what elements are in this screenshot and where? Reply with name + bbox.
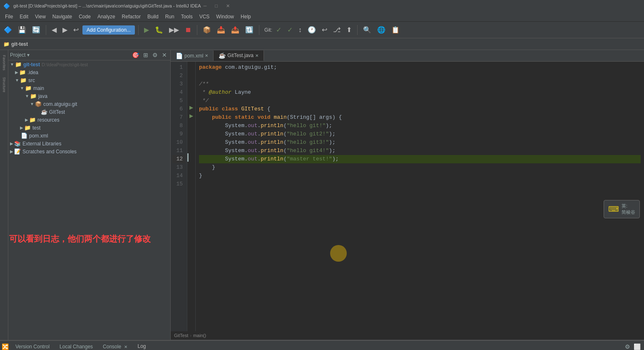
toolbar-add-config[interactable]: Add Configuration... (82, 25, 135, 35)
close-btn[interactable]: ✕ (224, 3, 232, 9)
tabs-bar: 📄 pom.xml ✕ ☕ GitTest.java ✕ (171, 50, 644, 62)
git-history[interactable]: 🕐 (306, 25, 318, 35)
maximize-btn[interactable]: □ (212, 3, 220, 9)
pomxml-label: pom.xml (29, 133, 48, 139)
arrow-icon: ▶ (15, 70, 18, 75)
menu-analyze[interactable]: Analyze (94, 13, 119, 20)
git-merge[interactable]: ↕ (296, 25, 304, 35)
tree-scratches[interactable]: ▶ 📝 Scratches and Consoles (8, 148, 170, 155)
menu-run[interactable]: Run (162, 13, 178, 20)
folder-icon: 📁 (25, 85, 32, 91)
tree-pomxml[interactable]: 📄 pom.xml (8, 132, 170, 140)
git-push[interactable]: ⬆ (344, 25, 354, 35)
gutter-6[interactable]: ▶ (187, 103, 195, 112)
project-dropdown[interactable]: Project ▾ (10, 52, 30, 58)
toolbar-back[interactable]: ◀ (50, 25, 59, 35)
console-close[interactable]: ✕ (124, 345, 127, 349)
tree-java[interactable]: ▼ 📁 java (8, 92, 170, 100)
toolbar-sync[interactable]: 🔄 (30, 25, 42, 35)
arrow-icon: ▼ (10, 62, 14, 67)
menu-window[interactable]: Window (213, 13, 237, 20)
git-revert[interactable]: ↩ (320, 25, 329, 35)
sidebar-settings[interactable]: ⚙ (151, 51, 159, 59)
folder-icon: 📁 (29, 117, 36, 123)
tab-version-control[interactable]: Version Control (10, 342, 55, 350)
code-line-12: System.out.println("master test!"); (199, 155, 641, 163)
tree-ext-libs[interactable]: ▶ 📚 External Libraries (8, 140, 170, 148)
toolbar-debug[interactable]: 🐛 (153, 25, 165, 35)
toolbar-run[interactable]: ▶ (142, 25, 151, 35)
toolbar-revert[interactable]: ↩ (71, 25, 81, 35)
toolbar-save-all[interactable]: 💾 (16, 25, 28, 35)
toolbar-stop[interactable]: ⏹ (183, 25, 194, 35)
git-branch[interactable]: ⎇ (331, 25, 343, 35)
tree-package[interactable]: ▼ 📦 com.atguigu.git (8, 100, 170, 108)
git-check2[interactable]: ✓ (285, 25, 295, 35)
toolbar-git1[interactable]: 📦 (201, 25, 213, 35)
menu-edit[interactable]: Edit (16, 13, 32, 20)
vtab-structure[interactable]: Structure (1, 74, 7, 96)
menu-vcs[interactable]: VCS (196, 13, 213, 20)
tab-console[interactable]: Console ✕ (98, 342, 132, 350)
breadcrumb-main[interactable]: main() (193, 333, 206, 338)
toolbar-translate[interactable]: 🌐 (375, 25, 388, 35)
code-line-9: System.out.println("hello git2!"); (199, 130, 641, 138)
code-line-14: } (199, 172, 641, 180)
idea-label: .idea (27, 70, 38, 75)
tree-resources[interactable]: ▶ 📁 resources (8, 116, 170, 124)
git-check[interactable]: ✓ (274, 25, 283, 35)
toolbar-forward[interactable]: ▶ (60, 25, 70, 35)
project-icon: 📁 (15, 61, 22, 68)
tab-pomxml[interactable]: 📄 pom.xml ✕ (171, 51, 214, 61)
code-editor: 1 2 3 4 5 6 7 8 9 10 11 12 13 14 15 (171, 62, 644, 331)
line-8: 8 (172, 122, 185, 130)
run-icon[interactable]: ▶ (189, 105, 193, 110)
line-15: 15 (172, 180, 185, 188)
code-content[interactable]: package com.atguigu.git; /** * @author L… (196, 62, 644, 331)
minimize-btn[interactable]: ─ (201, 3, 209, 9)
sidebar-close[interactable]: ✕ (160, 51, 169, 59)
gutter-2 (187, 70, 195, 78)
bp-settings-btn[interactable]: ⚙ (623, 342, 632, 350)
menu-navigate[interactable]: Navigate (49, 13, 75, 20)
toolbar-git2[interactable]: 📥 (215, 25, 227, 35)
bp-maximize-btn[interactable]: ⬜ (632, 342, 642, 350)
tree-gittest[interactable]: ☕ GItTest (8, 108, 170, 116)
menu-tools[interactable]: Tools (178, 13, 196, 20)
tab-gittest[interactable]: ☕ GitTest.java ✕ (214, 50, 264, 61)
menu-help[interactable]: Help (237, 13, 254, 20)
menu-refactor[interactable]: Refactor (119, 13, 144, 20)
menu-code[interactable]: Code (75, 13, 94, 20)
sidebar-locate[interactable]: 🎯 (130, 51, 141, 59)
sidebar-expand[interactable]: ⊞ (142, 51, 150, 59)
gutter-7[interactable]: ▶ (187, 112, 195, 120)
toolbar-git3[interactable]: 📤 (229, 25, 241, 35)
breadcrumb-gittest[interactable]: GitTest (174, 333, 188, 338)
editor-area: 📄 pom.xml ✕ ☕ GitTest.java ✕ 1 2 3 4 5 6… (171, 50, 644, 340)
run-icon[interactable]: ▶ (189, 113, 193, 119)
project-root-label: git-test (23, 62, 40, 68)
tree-idea[interactable]: ▶ 📁 .idea (8, 68, 170, 76)
tree-test[interactable]: ▶ 📁 test (8, 124, 170, 132)
tree-main[interactable]: ▼ 📁 main (8, 84, 170, 92)
toolbar-extra[interactable]: 📋 (389, 25, 402, 35)
tab-local-changes[interactable]: Local Changes (55, 342, 98, 350)
sep5 (357, 25, 358, 35)
project-sidebar: Project ▾ 🎯 ⊞ ⚙ ✕ ▼ 📁 git-test D:\IdeaPr… (8, 50, 171, 340)
vtab-favorites[interactable]: Favorites (1, 52, 7, 74)
scratches-label: Scratches and Consoles (22, 149, 77, 155)
tree-src[interactable]: ▼ 📁 src (8, 76, 170, 84)
gutter-5 (187, 95, 195, 103)
ime-indicator: ⌨ 英: 简棱谷 (604, 200, 640, 218)
toolbar-run2[interactable]: ▶▶ (167, 25, 181, 35)
line-7: 7 (172, 113, 185, 122)
toolbar-search[interactable]: 🔍 (361, 25, 373, 35)
menu-file[interactable]: File (2, 13, 16, 20)
tree-git-test[interactable]: ▼ 📁 git-test D:\IdeaProjects\git-test (8, 60, 170, 68)
tab-pomxml-close[interactable]: ✕ (205, 53, 208, 58)
menu-build[interactable]: Build (144, 13, 162, 20)
toolbar-git4[interactable]: 🔃 (243, 25, 256, 35)
menu-view[interactable]: View (32, 13, 49, 20)
tab-log[interactable]: Log (132, 342, 151, 350)
tab-gittest-close[interactable]: ✕ (255, 53, 259, 58)
